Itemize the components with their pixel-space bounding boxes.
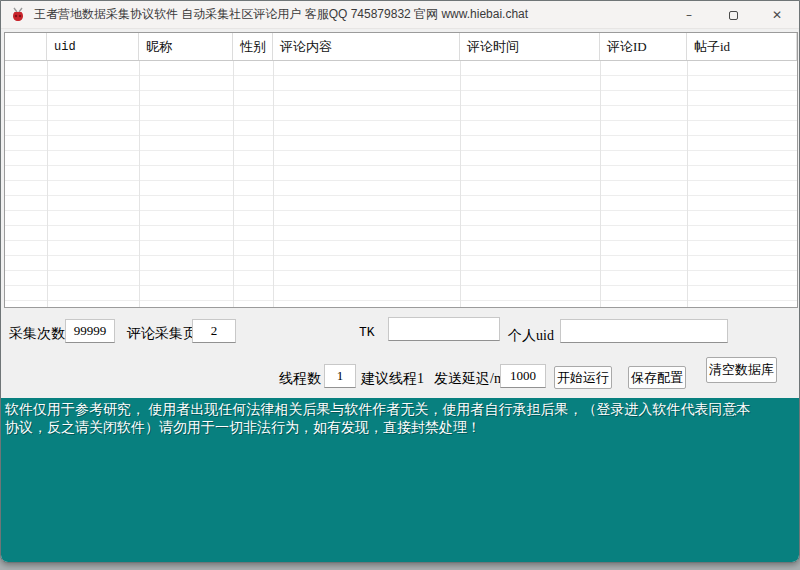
comment-pages-label: 评论采集页: [127, 325, 197, 343]
column-divider: [233, 61, 234, 307]
disclaimer-line-1: 软件仅用于参考研究， 使用者出现任何法律相关后果与软件作者无关，使用者自行承担后…: [5, 401, 795, 419]
column-divider: [687, 61, 688, 307]
app-icon: [10, 6, 26, 24]
column-header-rowselector[interactable]: [5, 33, 47, 60]
column-header-comment-time[interactable]: 评论时间: [460, 33, 600, 60]
column-divider: [139, 61, 140, 307]
threads-label: 线程数: [279, 370, 321, 388]
threads-hint-label: 建议线程1: [361, 370, 424, 388]
tk-label: TK: [359, 325, 375, 340]
collect-count-label: 采集次数: [9, 325, 65, 343]
save-config-button[interactable]: 保存配置: [628, 366, 686, 389]
start-run-button[interactable]: 开始运行: [554, 366, 612, 389]
table-body-empty[interactable]: [5, 61, 797, 307]
window-title: 王者营地数据采集协议软件 自动采集社区评论用户 客服QQ 745879832 官…: [34, 6, 528, 23]
disclaimer-line-2: 协议，反之请关闭软件）请勿用于一切非法行为，如有发现，直接封禁处理！: [5, 419, 795, 437]
results-table: uid 昵称 性别 评论内容 评论时间 评论ID 帖子id: [4, 32, 798, 308]
column-divider: [273, 61, 274, 307]
column-divider: [600, 61, 601, 307]
send-delay-input[interactable]: [500, 364, 546, 388]
column-divider: [47, 61, 48, 307]
table-header-row: uid 昵称 性别 评论内容 评论时间 评论ID 帖子id: [5, 33, 797, 61]
threads-input[interactable]: [324, 364, 356, 388]
column-divider: [460, 61, 461, 307]
column-header-gender[interactable]: 性别: [233, 33, 273, 60]
app-window: 王者营地数据采集协议软件 自动采集社区评论用户 客服QQ 745879832 官…: [0, 0, 800, 563]
maximize-button[interactable]: [711, 1, 755, 29]
close-button[interactable]: ✕: [755, 1, 799, 29]
tk-input[interactable]: [388, 317, 500, 341]
minimize-button[interactable]: –: [667, 1, 711, 29]
column-header-comment-content[interactable]: 评论内容: [273, 33, 460, 60]
column-header-uid[interactable]: uid: [47, 33, 139, 60]
column-header-post-id[interactable]: 帖子id: [687, 33, 797, 60]
maximize-icon: [729, 11, 738, 20]
personal-uid-input[interactable]: [560, 319, 728, 343]
clear-database-button[interactable]: 清空数据库: [706, 357, 777, 383]
disclaimer-banner: 软件仅用于参考研究， 使用者出现任何法律相关后果与软件作者无关，使用者自行承担后…: [1, 398, 799, 563]
column-header-comment-id[interactable]: 评论ID: [600, 33, 687, 60]
desktop: 王者营地数据采集协议软件 自动采集社区评论用户 客服QQ 745879832 官…: [0, 0, 800, 570]
collect-count-input[interactable]: [65, 319, 115, 343]
titlebar: 王者营地数据采集协议软件 自动采集社区评论用户 客服QQ 745879832 官…: [1, 1, 799, 29]
send-delay-label: 发送延迟/ms: [434, 370, 510, 388]
comment-pages-input[interactable]: [192, 319, 236, 343]
column-header-nickname[interactable]: 昵称: [139, 33, 233, 60]
window-controls: – ✕: [667, 1, 799, 29]
personal-uid-label: 个人uid: [508, 327, 554, 345]
